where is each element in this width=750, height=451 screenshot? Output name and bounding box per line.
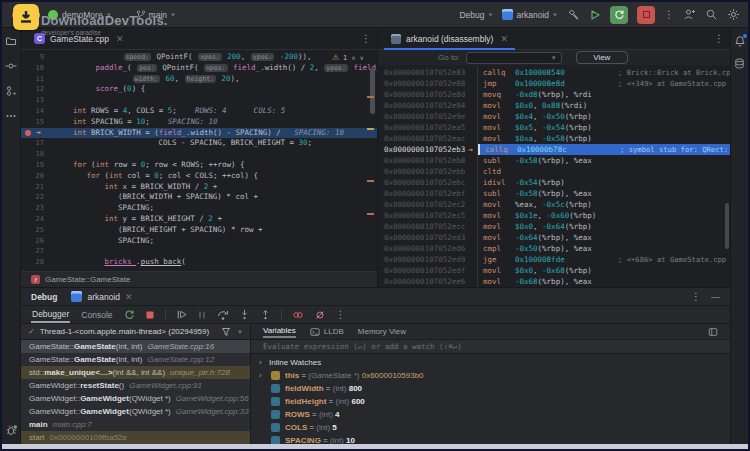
disassembly-line[interactable]: 0x0000000107052ebcidivl-0x54(%rbp): [378, 177, 730, 188]
variable-row[interactable]: ›this = (GameState *) 0x6000010593b0: [251, 369, 730, 382]
disassembly-line[interactable]: 0x0000000107052eb8subl-0x58(%rbp), %eax: [378, 155, 730, 166]
thread-selector[interactable]: ✓ Thread-1-<com.apple.main-thread> (2029…: [21, 324, 250, 340]
breadcrumb[interactable]: f GameState::GameState: [21, 271, 377, 287]
tab-debugger[interactable]: Debugger: [31, 307, 70, 323]
more-tools-icon[interactable]: [5, 110, 17, 122]
code-line[interactable]: 15int SPACING = 10; SPACING: 10: [21, 117, 377, 128]
disassembly-line[interactable]: 0x0000000107052ed3movl-0x64(%rbp), %eax: [378, 232, 730, 243]
error-stripe-mark[interactable]: [367, 128, 374, 130]
stack-frame[interactable]: mainmain.cpp:7: [21, 418, 250, 431]
notifications-bell-icon[interactable]: [734, 35, 746, 47]
disassembly-line[interactable]: 0x0000000107052e94movl$0x0, 0x88(%rdi): [378, 100, 730, 111]
code-line[interactable]: 12score_(0) {: [21, 84, 377, 95]
code-line[interactable]: 10paddle_( pos: QPointF( xpos: field_.wi…: [21, 63, 377, 74]
debug-session-tab[interactable]: arkanoid ✕: [71, 291, 132, 302]
inline-watches-group[interactable]: › Inline Watches: [251, 356, 730, 369]
stack-frame[interactable]: GameState::GameState(int, int)GameState.…: [21, 340, 250, 353]
stack-frame[interactable]: start0x0000000109fba52e: [21, 431, 250, 444]
code-line[interactable]: 26SPACING;: [21, 236, 377, 247]
close-icon[interactable]: ✕: [125, 292, 133, 302]
tab-lldb[interactable]: LLDB: [310, 327, 344, 337]
stack-frame[interactable]: GameState::GameState(int, int)GameState.…: [21, 353, 250, 366]
next-issue-icon[interactable]: ∨: [360, 54, 364, 61]
code-editor[interactable]: 9speed: QPointF( xpos: 200, ypos: -200))…: [21, 50, 377, 271]
code-line[interactable]: 24int y = BRICK_HEIGHT / 2 +: [21, 214, 377, 225]
code-line[interactable]: 21int x = BRICK_WIDTH / 2 +: [21, 182, 377, 193]
code-line[interactable]: 27: [21, 246, 377, 257]
pause-icon[interactable]: [197, 310, 207, 320]
disassembly-line[interactable]: 0x0000000107052e8dmovq-0xd8(%rbp), %rdi: [378, 89, 730, 100]
stack-frame[interactable]: GameWidget::GameWidget(QWidget *)GameWid…: [21, 405, 250, 418]
stack-frame[interactable]: GameWidget::resetState()GameWidget.cpp:9…: [21, 379, 250, 392]
disassembly-line[interactable]: 0x0000000107052ed6cmpl-0x50(%rbp), %eax: [378, 243, 730, 254]
settings-gear-icon[interactable]: [727, 8, 740, 21]
layout-settings-icon[interactable]: [708, 327, 718, 337]
search-icon[interactable]: [705, 8, 718, 21]
filter-funnel-icon[interactable]: [221, 327, 231, 337]
disassembly-listing[interactable]: 0x0000000107052e83callq0x100008540; Bric…: [378, 65, 730, 287]
tab-console[interactable]: Console: [80, 308, 113, 322]
view-breakpoints-icon[interactable]: [292, 309, 304, 321]
code-line[interactable]: 19for (int row = 0; row < ROWS; ++row) {: [21, 160, 377, 171]
stop-icon[interactable]: [145, 310, 155, 320]
debug-tool-icon[interactable]: [5, 424, 18, 437]
variable-row[interactable]: fieldWidth = (int) 800: [251, 382, 730, 395]
error-stripe-mark[interactable]: [367, 96, 374, 98]
tab-options-icon[interactable]: ⋮: [361, 33, 371, 44]
editor-scrollbar[interactable]: [370, 68, 375, 114]
variable-row[interactable]: COLS = (int) 5: [251, 421, 730, 434]
tab-memory-view[interactable]: Memory View: [358, 327, 406, 336]
tab-options-icon[interactable]: ⋮: [714, 33, 724, 44]
error-stripe-mark[interactable]: [367, 213, 374, 215]
close-icon[interactable]: ✕: [116, 34, 124, 44]
disassembly-line[interactable]: 0x0000000107052ebbcltd: [378, 166, 730, 177]
disassembly-line[interactable]: 0x0000000107052eccmovl$0x0, -0x64(%rbp): [378, 221, 730, 232]
project-tool-icon[interactable]: [5, 35, 17, 47]
disassembly-line[interactable]: 0x0000000107052eb3→callq0x10000b78c; sym…: [378, 144, 730, 155]
goto-combobox[interactable]: ▼: [466, 52, 562, 64]
code-line[interactable]: 28bricks_.push_back(: [21, 257, 377, 268]
mute-breakpoints-icon[interactable]: [314, 309, 326, 321]
stack-frame[interactable]: GameWidget::GameWidget(QWidget *)GameWid…: [21, 392, 250, 405]
code-line[interactable]: 11width: 60, height: 20),: [21, 74, 377, 85]
build-hammer-icon[interactable]: [567, 8, 580, 21]
tab-gamestate-cpp[interactable]: C GameState.cpp ✕: [27, 28, 131, 49]
project-widget[interactable]: demoMore▼: [62, 10, 112, 20]
view-button[interactable]: View: [576, 51, 628, 64]
disassembly-line[interactable]: 0x0000000107052e9emovl$0x4, -0x50(%rbp): [378, 111, 730, 122]
debug-mode-selector[interactable]: Debug▼: [459, 10, 493, 20]
step-into-icon[interactable]: [239, 309, 250, 320]
inspections-widget[interactable]: ⚠ 1 ∧ ∨: [332, 53, 364, 62]
prev-issue-icon[interactable]: ∧: [351, 54, 355, 61]
error-stripe-mark[interactable]: [367, 180, 374, 182]
resume-icon[interactable]: [176, 309, 187, 320]
code-line[interactable]: 13: [21, 95, 377, 106]
code-line[interactable]: 23SPACING;: [21, 203, 377, 214]
disassembly-line[interactable]: 0x0000000107052e83callq0x100008540; Bric…: [378, 67, 730, 78]
code-line[interactable]: 20for (int col = 0; col < COLS; ++col) {: [21, 171, 377, 182]
evaluate-expression-input[interactable]: Evaluate expression (↵) or add a watch (…: [251, 340, 730, 354]
code-line[interactable]: 22(BRICK_WIDTH + SPACING) * col +: [21, 192, 377, 203]
hide-panel-icon[interactable]: —: [711, 292, 720, 302]
disassembly-line[interactable]: 0x0000000107052ec5movl$0x1e, -0x60(%rbp): [378, 210, 730, 221]
disassembly-line[interactable]: 0x0000000107052e88jmp0x100008e8d; <+349>…: [378, 78, 730, 89]
expander-icon[interactable]: ›: [259, 358, 269, 367]
commit-tool-icon[interactable]: [5, 60, 17, 72]
breakpoint-icon[interactable]: [25, 130, 31, 136]
stop-button[interactable]: [637, 6, 655, 24]
disassembly-line[interactable]: 0x0000000107052edfmovl$0x0, -0x68(%rbp): [378, 265, 730, 276]
code-line[interactable]: 17COLS - SPACING, BRICK_HEIGHT = 30;: [21, 138, 377, 149]
code-line[interactable]: →int BRICK_WIDTH = (field_.width() - SPA…: [21, 128, 377, 139]
panel-options-icon[interactable]: ⋮: [691, 292, 701, 302]
zoom-window-button[interactable]: [48, 10, 58, 20]
step-over-icon[interactable]: [217, 309, 229, 321]
disassembly-line[interactable]: 0x0000000107052ec2movl%eax, -0x5c(%rbp): [378, 199, 730, 210]
database-icon[interactable]: [734, 58, 745, 69]
disassembly-line[interactable]: 0x0000000107052ee6movl-0x68(%rbp), %eax: [378, 276, 730, 287]
disassembly-line[interactable]: 0x0000000107052eacmovl$0xa, -0x58(%rbp): [378, 133, 730, 144]
variable-row[interactable]: fieldHeight = (int) 600: [251, 395, 730, 408]
toolbar-more-icon[interactable]: ⋮: [336, 310, 346, 320]
rerun-debug-button[interactable]: [610, 6, 628, 24]
stack-frame[interactable]: std::make_unique<…>(int &&, int &&)uniqu…: [21, 366, 250, 379]
run-button[interactable]: [589, 9, 601, 21]
